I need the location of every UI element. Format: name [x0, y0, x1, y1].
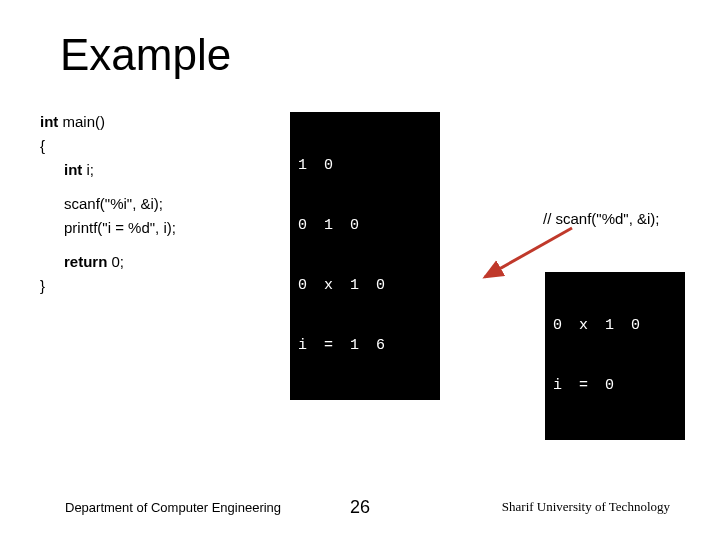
output-line: 0 x 1 0	[553, 316, 677, 336]
code-line: {	[40, 134, 290, 158]
code-block: int main() { int i; scanf("%i", &i); pri…	[40, 110, 290, 298]
output-line: i = 0	[553, 376, 677, 396]
output-box-3: 0 x 1 0 i = 1 6	[290, 232, 440, 400]
code-line: scanf("%i", &i);	[40, 192, 290, 216]
footer-right: Sharif University of Technology	[502, 499, 670, 515]
keyword-int: int	[64, 161, 82, 178]
code-line: }	[40, 274, 290, 298]
slide: Example int main() { int i; scanf("%i", …	[0, 0, 720, 540]
keyword-return: return	[64, 253, 107, 270]
output-line: i = 1 6	[298, 336, 432, 356]
keyword-int: int	[40, 113, 58, 130]
slide-title: Example	[60, 30, 231, 80]
page-number: 26	[350, 497, 370, 518]
svg-line-0	[485, 228, 572, 277]
output-line: 0 x 1 0	[298, 276, 432, 296]
code-line: int i;	[40, 158, 290, 182]
code-text: i;	[82, 161, 94, 178]
footer-left: Department of Computer Engineering	[65, 500, 281, 515]
code-line: return 0;	[40, 250, 290, 274]
code-line: printf("i = %d", i);	[40, 216, 290, 240]
output-box-4: 0 x 1 0 i = 0	[545, 272, 685, 440]
code-line: int main()	[40, 110, 290, 134]
code-text: 0;	[107, 253, 124, 270]
arrow-icon	[477, 225, 582, 285]
code-text: main()	[58, 113, 105, 130]
